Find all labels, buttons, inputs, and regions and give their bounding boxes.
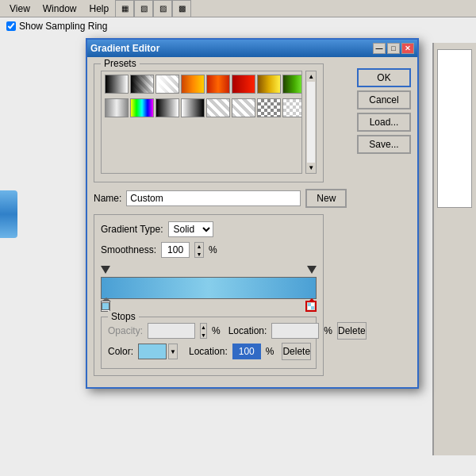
top-stops: [101, 264, 317, 275]
preset-swatch-11[interactable]: [181, 98, 205, 117]
smoothness-spinner[interactable]: ▲ ▼: [194, 242, 204, 258]
smoothness-input[interactable]: [161, 242, 190, 258]
preset-swatch-1[interactable]: [130, 75, 154, 94]
dialog-title: Gradient Editor: [90, 43, 159, 54]
presets-area: ▲ ▼: [101, 71, 317, 174]
preset-swatch-8[interactable]: [105, 98, 129, 117]
preset-swatch-13[interactable]: [232, 98, 255, 117]
preset-swatch-6[interactable]: [257, 75, 281, 94]
location-bottom-pct: %: [266, 346, 274, 357]
stop-arrow-right: [307, 266, 317, 274]
stop-marker-top-right[interactable]: [307, 264, 317, 275]
opacity-spin-up[interactable]: ▲: [201, 324, 206, 332]
cancel-button[interactable]: Cancel: [357, 90, 411, 109]
color-swatch-area: ▼: [138, 344, 178, 359]
settings-group: Gradient Type: Solid Noise Smoothness: ▲…: [94, 214, 324, 376]
name-row: Name: New: [94, 189, 411, 208]
dialog-body: OK Cancel Load... Save... Presets: [87, 57, 417, 387]
smoothness-label: Smoothness:: [101, 244, 156, 255]
preset-swatch-2[interactable]: [155, 75, 179, 94]
gradient-type-select[interactable]: Solid Noise: [168, 221, 213, 237]
modal-overlay: Gradient Editor — □ ✕ OK Cancel Load... …: [0, 0, 476, 476]
minimize-button[interactable]: —: [373, 43, 386, 54]
location-top-pct: %: [324, 325, 332, 336]
preset-swatch-9[interactable]: [130, 98, 154, 117]
stop-marker-top-left[interactable]: [101, 264, 110, 275]
color-dropdown-arrow[interactable]: ▼: [168, 344, 178, 359]
location-bottom-input[interactable]: [232, 344, 261, 359]
presets-container: [101, 71, 302, 174]
preset-swatch-14[interactable]: [257, 98, 281, 117]
stops-opacity-row: Opacity: ▲ ▼ % Location: % Delete: [108, 322, 309, 340]
smoothness-pct: %: [209, 244, 217, 255]
title-bar: Gradient Editor — □ ✕: [87, 40, 417, 57]
preset-swatch-0[interactable]: [105, 75, 129, 94]
presets-group: Presets: [94, 63, 324, 182]
stops-group: Stops Opacity: ▲ ▼ % Location:: [101, 317, 317, 369]
preset-swatch-3[interactable]: [181, 75, 205, 94]
location-bottom-label: Location:: [189, 346, 228, 357]
new-button[interactable]: New: [305, 189, 347, 208]
opacity-label: Opacity:: [108, 325, 143, 336]
name-input[interactable]: [126, 190, 301, 206]
opacity-spin-down[interactable]: ▼: [201, 332, 206, 340]
preset-swatch-7[interactable]: [282, 75, 302, 94]
presets-label: Presets: [101, 58, 140, 69]
spin-down[interactable]: ▼: [195, 251, 203, 259]
scroll-track: [307, 82, 315, 163]
close-button[interactable]: ✕: [401, 43, 414, 54]
opacity-spinner[interactable]: ▲ ▼: [200, 323, 207, 339]
title-bar-controls: — □ ✕: [373, 43, 414, 54]
presets-scrollbar[interactable]: ▲ ▼: [305, 71, 317, 174]
stops-color-row: Color: ▼ Location: % Delete: [108, 343, 309, 360]
opacity-input[interactable]: [148, 323, 195, 339]
delete-bottom-button[interactable]: Delete: [282, 343, 311, 360]
smoothness-row: Smoothness: ▲ ▼ %: [101, 242, 317, 258]
location-top-label: Location:: [228, 325, 267, 336]
preset-swatch-12[interactable]: [206, 98, 230, 117]
stop-right-marker: [305, 301, 317, 312]
gradient-editor-dialog: Gradient Editor — □ ✕ OK Cancel Load... …: [86, 38, 419, 389]
stops-group-label: Stops: [108, 311, 139, 322]
color-swatch[interactable]: [138, 344, 167, 359]
preset-swatch-10[interactable]: [155, 98, 179, 117]
location-top-input[interactable]: [271, 323, 319, 339]
gradient-type-row: Gradient Type: Solid Noise: [101, 221, 317, 237]
preset-swatch-15[interactable]: [282, 98, 302, 117]
presets-inner: [102, 71, 301, 124]
gradient-type-label: Gradient Type:: [101, 224, 163, 235]
stop-arrow-left: [101, 266, 110, 274]
maximize-button[interactable]: □: [387, 43, 400, 54]
ok-button[interactable]: OK: [357, 68, 411, 87]
stop-right-row2: [308, 306, 314, 309]
spin-up[interactable]: ▲: [195, 243, 203, 251]
app-background: View Window Help ▦ ▧ ▨ ▩ Show Sampling R…: [0, 0, 476, 476]
color-label: Color:: [108, 346, 133, 357]
scroll-down-arrow[interactable]: ▼: [308, 164, 314, 171]
stop-color-indicator-left: [102, 302, 109, 310]
gradient-bar[interactable]: [101, 277, 317, 299]
right-buttons: OK Cancel Load... Save...: [357, 68, 411, 154]
save-button[interactable]: Save...: [357, 135, 411, 154]
stop-right-inner: [308, 303, 314, 309]
scroll-up-arrow[interactable]: ▲: [308, 73, 314, 80]
gradient-bar-area: [101, 264, 317, 313]
name-label: Name:: [94, 193, 121, 204]
opacity-pct: %: [212, 325, 221, 336]
stop-left-marker: [101, 301, 110, 312]
delete-top-button[interactable]: Delete: [337, 322, 367, 340]
stop-marker-bottom-right[interactable]: [305, 301, 317, 313]
preset-swatch-5[interactable]: [232, 75, 255, 94]
sr4: [311, 306, 314, 309]
preset-swatch-4[interactable]: [206, 75, 230, 94]
load-button[interactable]: Load...: [357, 113, 411, 132]
